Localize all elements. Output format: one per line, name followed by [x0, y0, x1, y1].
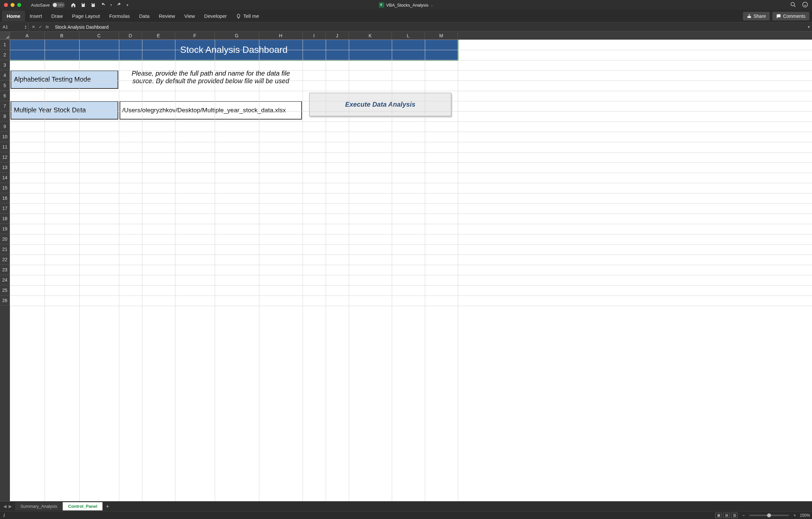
redo-icon[interactable] [117, 2, 122, 8]
ribbon-tab-page-layout[interactable]: Page Layout [67, 10, 105, 22]
name-box[interactable]: A1 ▲▼ [0, 23, 28, 31]
spreadsheet-grid[interactable]: ABCDEFGHIJKLM 12345678910111213141516171… [0, 32, 812, 501]
excel-file-icon [379, 2, 384, 8]
column-header-D[interactable]: D [119, 32, 142, 40]
row-header-11[interactable]: 11 [0, 142, 10, 152]
file-path-cell[interactable]: /Users/olegryzhkov/Desktop/Multiple_year… [120, 101, 302, 120]
filename-dropdown-icon[interactable]: ⌄ [430, 3, 433, 7]
row-header-22[interactable]: 22 [0, 254, 10, 265]
ribbon-tab-insert[interactable]: Insert [25, 10, 47, 22]
sheet-tab-control_panel[interactable]: Control_Panel [63, 502, 103, 511]
add-sheet-button[interactable]: + [103, 503, 112, 510]
ribbon-tab-home[interactable]: Home [2, 10, 25, 22]
row-header-23[interactable]: 23 [0, 265, 10, 275]
column-header-G[interactable]: G [215, 32, 259, 40]
column-header-J[interactable]: J [326, 32, 349, 40]
close-window-icon[interactable] [4, 3, 8, 7]
row-header-20[interactable]: 20 [0, 234, 10, 244]
autosave-toggle[interactable]: OFF [52, 2, 65, 8]
tell-me[interactable]: Tell me [231, 10, 264, 22]
row-header-3[interactable]: 3 [0, 60, 10, 70]
row-header-26[interactable]: 26 [0, 296, 10, 306]
column-header-B[interactable]: B [45, 32, 79, 40]
row-header-6[interactable]: 6 [0, 91, 10, 101]
status-bar: ⅈ ▦ ▤ ▥ − + 150% [0, 511, 812, 519]
fx-icon[interactable]: fx [46, 24, 49, 29]
row-header-2[interactable]: 2 [0, 50, 10, 60]
ribbon-tab-review[interactable]: Review [154, 10, 180, 22]
search-icon[interactable] [790, 2, 796, 8]
normal-view-icon[interactable]: ▦ [715, 513, 722, 518]
instruction-text: Please, provide the full path and name f… [119, 70, 302, 90]
row-header-15[interactable]: 15 [0, 183, 10, 193]
row-header-7[interactable]: 7 [0, 101, 10, 111]
share-button[interactable]: Share [743, 12, 770, 21]
undo-dropdown-icon[interactable]: ▾ [110, 3, 112, 7]
expand-formula-bar-icon[interactable]: ▾ [805, 24, 812, 29]
column-header-E[interactable]: E [142, 32, 175, 40]
row-header-9[interactable]: 9 [0, 122, 10, 132]
sheet-tab-summary_analysis[interactable]: Summary_Analysis [15, 502, 63, 511]
save-edit-icon[interactable] [90, 2, 96, 8]
maximize-window-icon[interactable] [17, 3, 21, 7]
column-header-A[interactable]: A [10, 32, 45, 40]
column-header-F[interactable]: F [175, 32, 215, 40]
row-header-16[interactable]: 16 [0, 193, 10, 203]
ribbon-tab-data[interactable]: Data [135, 10, 154, 22]
data-button-cell[interactable]: Multiple Year Stock Data [10, 101, 118, 120]
row-header-5[interactable]: 5 [0, 81, 10, 91]
account-smile-icon[interactable] [802, 2, 808, 8]
svg-line-1 [794, 5, 795, 7]
zoom-slider[interactable] [749, 515, 789, 516]
row-header-1[interactable]: 1 [0, 40, 10, 50]
comments-button[interactable]: Comments [772, 12, 809, 21]
save-icon[interactable] [81, 2, 86, 8]
home-icon[interactable] [71, 2, 76, 8]
cancel-icon[interactable]: ✕ [32, 24, 35, 29]
row-header-17[interactable]: 17 [0, 203, 10, 214]
execute-analysis-button[interactable]: Execute Data Analysis [309, 93, 451, 116]
row-header-18[interactable]: 18 [0, 214, 10, 224]
row-header-24[interactable]: 24 [0, 275, 10, 285]
autosave-label: AutoSave [31, 3, 50, 8]
window-filename: VBA_Stocks_Analysis [386, 3, 429, 8]
row-header-19[interactable]: 19 [0, 224, 10, 234]
enter-icon[interactable]: ✓ [39, 24, 42, 29]
sheet-nav-prev-icon[interactable]: ◀ [3, 504, 7, 509]
zoom-out-button[interactable]: − [740, 513, 747, 518]
column-header-K[interactable]: K [349, 32, 392, 40]
column-header-C[interactable]: C [79, 32, 119, 40]
minimize-window-icon[interactable] [10, 3, 14, 7]
select-all-corner[interactable] [0, 32, 10, 40]
page-break-view-icon[interactable]: ▥ [731, 513, 738, 518]
row-header-10[interactable]: 10 [0, 132, 10, 142]
zoom-level[interactable]: 150% [798, 513, 812, 518]
ribbon-tab-formulas[interactable]: Formulas [105, 10, 135, 22]
row-header-4[interactable]: 4 [0, 70, 10, 81]
undo-icon[interactable] [100, 2, 106, 8]
row-header-13[interactable]: 13 [0, 162, 10, 173]
qat-more-icon[interactable]: ▾ [126, 3, 128, 7]
column-header-H[interactable]: H [259, 32, 302, 40]
row-header-14[interactable]: 14 [0, 173, 10, 183]
page-layout-view-icon[interactable]: ▤ [723, 513, 730, 518]
sheet-tab-bar: ◀ ▶ Summary_AnalysisControl_Panel + [0, 501, 812, 511]
column-header-I[interactable]: I [302, 32, 326, 40]
zoom-in-button[interactable]: + [791, 513, 798, 518]
mac-titlebar: AutoSave OFF ▾ ▾ VBA_Stocks_Analysis ⌄ [0, 0, 812, 10]
formula-input[interactable] [55, 24, 805, 30]
ribbon-tab-draw[interactable]: Draw [47, 10, 67, 22]
text-cursor-icon: ⅈ [3, 513, 5, 518]
row-header-21[interactable]: 21 [0, 244, 10, 254]
column-header-L[interactable]: L [392, 32, 425, 40]
sheet-nav-next-icon[interactable]: ▶ [8, 504, 12, 509]
row-header-8[interactable]: 8 [0, 111, 10, 122]
svg-point-0 [791, 2, 794, 6]
ribbon-tabs: HomeInsertDrawPage LayoutFormulasDataRev… [0, 10, 812, 23]
row-header-12[interactable]: 12 [0, 152, 10, 162]
mode-button-cell[interactable]: Alphabetical Testing Mode [10, 70, 118, 89]
row-header-25[interactable]: 25 [0, 285, 10, 296]
ribbon-tab-view[interactable]: View [180, 10, 200, 22]
column-header-M[interactable]: M [425, 32, 458, 40]
ribbon-tab-developer[interactable]: Developer [200, 10, 231, 22]
